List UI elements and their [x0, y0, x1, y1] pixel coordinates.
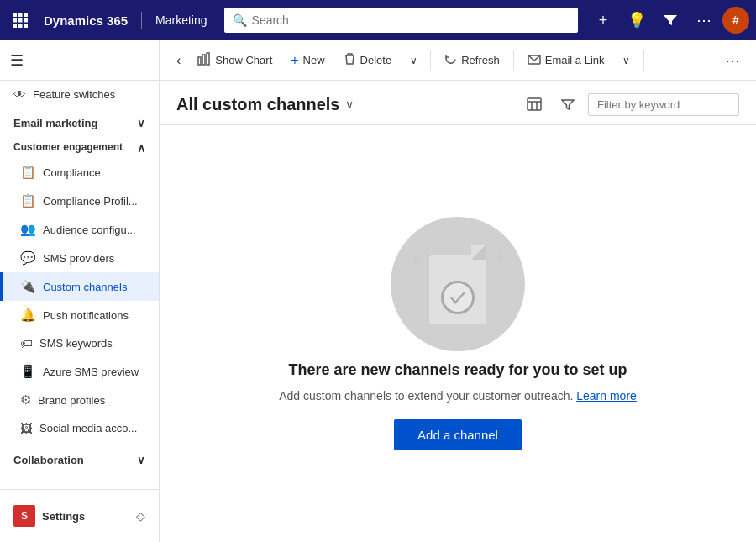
settings-item[interactable]: S Settings ◇ — [0, 497, 159, 535]
compliance-profiles-icon: 📋 — [20, 193, 36, 208]
sidebar-item-brand-profiles[interactable]: ⚙ Brand profiles — [0, 386, 159, 414]
sidebar-item-compliance-profiles[interactable]: 📋 Compliance Profil... — [0, 187, 159, 215]
svg-rect-11 — [207, 53, 209, 65]
svg-rect-13 — [528, 98, 541, 110]
sidebar-item-compliance[interactable]: 📋 Compliance — [0, 158, 159, 187]
sidebar-section-email-marketing[interactable]: Email marketing ∨ — [0, 108, 159, 134]
show-chart-label: Show Chart — [215, 54, 272, 66]
svg-rect-5 — [24, 18, 28, 23]
azure-sms-icon: 📱 — [20, 364, 36, 379]
azure-sms-label: Azure SMS preview — [43, 366, 139, 378]
user-avatar[interactable]: # — [722, 7, 749, 34]
custom-channels-icon: 🔌 — [20, 279, 36, 294]
push-notifications-icon: 🔔 — [20, 308, 36, 323]
content-area: ✦ ✦ There are new ch — [160, 125, 756, 542]
add-button[interactable]: + — [588, 5, 618, 35]
customer-engagement-chevron[interactable]: ∧ — [137, 141, 145, 155]
chevron-down-icon: ∨ — [137, 117, 145, 129]
delete-icon — [344, 52, 356, 68]
email-link-button[interactable]: Email a Link — [519, 48, 613, 72]
push-notifications-label: Push notifications — [43, 309, 129, 322]
sidebar-item-audience-config[interactable]: 👥 Audience configu... — [0, 215, 159, 244]
feature-switches-icon: 👁 — [13, 87, 26, 102]
sparkle-right-icon: ✦ — [492, 249, 507, 269]
brand-profiles-icon: ⚙ — [20, 392, 31, 408]
search-bar[interactable]: 🔍 — [224, 8, 578, 33]
svg-rect-9 — [198, 57, 201, 65]
sidebar-item-push-notifications[interactable]: 🔔 Push notifications — [0, 301, 159, 329]
brand-name: Dynamics 365 — [37, 13, 134, 28]
sparkle-left-icon: ✦ — [409, 249, 423, 269]
nav-actions: + 💡 ⋯ # — [588, 5, 749, 35]
nav-module: Marketing — [149, 13, 213, 27]
empty-state-title: There are new channels ready for you to … — [288, 361, 627, 379]
brand-profiles-label: Brand profiles — [38, 394, 105, 407]
learn-more-link[interactable]: Learn more — [576, 389, 637, 403]
refresh-icon — [444, 53, 457, 68]
view-title: All custom channels — [176, 95, 340, 114]
sms-providers-icon: 💬 — [20, 250, 36, 266]
customer-engagement-label: Customer engagement — [13, 141, 123, 153]
svg-rect-8 — [24, 24, 28, 28]
view-header: All custom channels ∨ — [160, 81, 756, 125]
hamburger-icon[interactable]: ☰ — [10, 51, 24, 70]
main-content: ‹ Show Chart + New — [160, 40, 756, 542]
more-icon[interactable]: ⋯ — [689, 5, 719, 35]
empty-state: ✦ ✦ There are new ch — [160, 125, 756, 542]
sidebar-item-sms-keywords[interactable]: 🏷 SMS keywords — [0, 329, 159, 357]
settings-left: S Settings — [13, 505, 85, 527]
audience-config-label: Audience configu... — [43, 224, 136, 236]
compliance-profiles-label: Compliance Profil... — [43, 195, 138, 208]
back-button[interactable]: ‹ — [170, 48, 187, 73]
app-body: ☰ 👁 Feature switches Email marketing ∨ C… — [0, 40, 756, 542]
check-circle-icon — [441, 281, 475, 314]
search-input[interactable] — [252, 13, 570, 27]
view-dropdown-arrow[interactable]: ∨ — [345, 97, 354, 111]
social-media-icon: 🖼 — [20, 421, 33, 435]
add-channel-button[interactable]: Add a channel — [394, 419, 522, 450]
sidebar-item-azure-sms[interactable]: 📱 Azure SMS preview — [0, 357, 159, 386]
delete-button[interactable]: Delete — [335, 47, 401, 73]
filter-icon[interactable] — [655, 5, 685, 35]
more-button[interactable]: ⋯ — [719, 48, 746, 73]
apps-icon[interactable] — [7, 7, 34, 34]
nav-divider — [141, 12, 142, 29]
settings-avatar: S — [13, 505, 35, 527]
empty-state-description: Add custom channels to extend your custo… — [279, 389, 637, 403]
show-chart-button[interactable]: Show Chart — [189, 47, 281, 73]
new-icon: + — [291, 53, 298, 68]
svg-rect-2 — [24, 13, 28, 17]
top-nav: Dynamics 365 Marketing 🔍 + 💡 ⋯ # — [0, 0, 756, 40]
keyword-filter-input[interactable] — [588, 93, 739, 116]
sidebar-item-custom-channels[interactable]: 🔌 Custom channels — [0, 272, 159, 301]
compliance-label: Compliance — [43, 166, 101, 179]
svg-rect-6 — [13, 24, 17, 28]
delete-dropdown-button[interactable]: ∨ — [402, 48, 425, 73]
social-media-label: Social media acco... — [39, 422, 137, 434]
svg-rect-3 — [13, 18, 17, 23]
sidebar-top-bar: ☰ — [0, 40, 159, 81]
sms-keywords-label: SMS keywords — [39, 337, 113, 350]
view-actions — [521, 91, 739, 118]
collaboration-label: Collaboration — [13, 454, 84, 466]
new-button[interactable]: + New — [282, 48, 333, 73]
sidebar-section-collaboration[interactable]: Collaboration ∨ — [0, 445, 159, 471]
column-settings-icon[interactable] — [521, 91, 548, 118]
compliance-icon: 📋 — [20, 165, 36, 180]
toolbar: ‹ Show Chart + New — [160, 40, 756, 81]
delete-label: Delete — [360, 54, 392, 66]
custom-channels-label: Custom channels — [43, 281, 127, 293]
sidebar-item-feature-switches[interactable]: 👁 Feature switches — [0, 81, 159, 108]
lightbulb-icon[interactable]: 💡 — [622, 5, 652, 35]
sidebar-subheader-customer-engagement: Customer engagement ∧ — [0, 134, 159, 158]
sidebar-item-social-media[interactable]: 🖼 Social media acco... — [0, 414, 159, 442]
empty-state-desc-text: Add custom channels to extend your custo… — [279, 389, 573, 403]
empty-state-illustration: ✦ ✦ — [391, 217, 525, 351]
toolbar-separator-3 — [643, 50, 644, 71]
refresh-button[interactable]: Refresh — [436, 48, 508, 73]
email-link-dropdown-button[interactable]: ∨ — [615, 48, 638, 73]
filter-icon[interactable] — [554, 91, 581, 118]
settings-expand-icon: ◇ — [136, 509, 145, 523]
toolbar-separator-1 — [430, 50, 431, 71]
sidebar-item-sms-providers[interactable]: 💬 SMS providers — [0, 244, 159, 272]
